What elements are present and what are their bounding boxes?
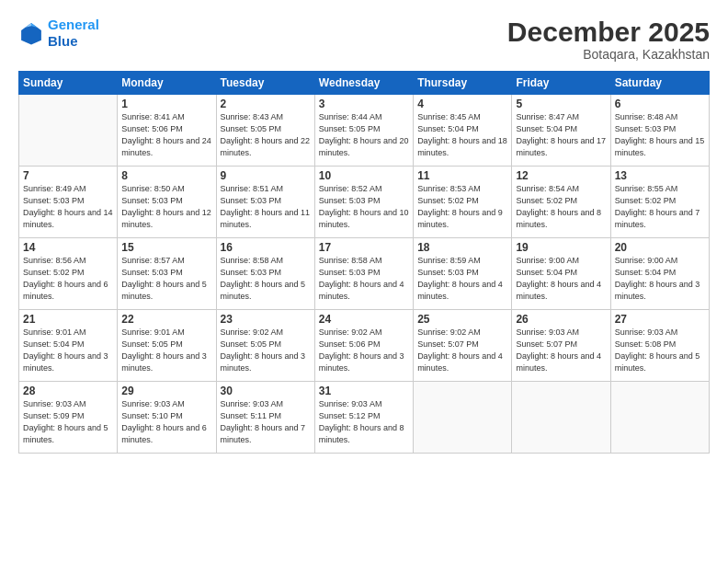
day-number: 22 xyxy=(121,313,211,326)
sunset-text: Sunset: 5:05 PM xyxy=(319,124,381,133)
day-cell: 29 Sunrise: 9:03 AM Sunset: 5:10 PM Dayl… xyxy=(118,382,216,454)
day-cell: 24 Sunrise: 9:02 AM Sunset: 5:06 PM Dayl… xyxy=(314,310,413,382)
sunrise-text: Sunrise: 9:00 AM xyxy=(615,256,678,265)
daylight-text: Daylight: 8 hours and 5 minutes. xyxy=(121,280,207,301)
day-number: 17 xyxy=(319,241,409,254)
sunrise-text: Sunrise: 8:57 AM xyxy=(121,256,185,265)
day-number: 5 xyxy=(516,98,606,110)
day-cell: 23 Sunrise: 9:02 AM Sunset: 5:05 PM Dayl… xyxy=(216,310,314,382)
sunrise-text: Sunrise: 8:58 AM xyxy=(221,256,284,265)
day-info: Sunrise: 9:02 AM Sunset: 5:05 PM Dayligh… xyxy=(221,327,311,374)
day-cell: 27 Sunrise: 9:03 AM Sunset: 5:08 PM Dayl… xyxy=(610,310,709,382)
location: Botaqara, Kazakhstan xyxy=(507,47,710,62)
sunset-text: Sunset: 5:04 PM xyxy=(516,124,577,133)
day-cell: 10 Sunrise: 8:52 AM Sunset: 5:03 PM Dayl… xyxy=(314,167,413,238)
sunrise-text: Sunrise: 9:01 AM xyxy=(23,327,86,337)
day-cell: 13 Sunrise: 8:55 AM Sunset: 5:02 PM Dayl… xyxy=(610,167,709,238)
day-info: Sunrise: 8:47 AM Sunset: 5:04 PM Dayligh… xyxy=(516,111,606,159)
day-info: Sunrise: 8:53 AM Sunset: 5:02 PM Dayligh… xyxy=(417,183,507,231)
day-cell: 26 Sunrise: 9:03 AM Sunset: 5:07 PM Dayl… xyxy=(512,310,610,382)
logo-blue: Blue xyxy=(48,33,99,50)
sunrise-text: Sunrise: 9:02 AM xyxy=(319,327,382,337)
daylight-text: Daylight: 8 hours and 5 minutes. xyxy=(221,280,306,301)
sunset-text: Sunset: 5:02 PM xyxy=(417,196,479,205)
sunset-text: Sunset: 5:03 PM xyxy=(221,268,282,277)
sunrise-text: Sunrise: 9:03 AM xyxy=(221,399,284,408)
day-info: Sunrise: 8:54 AM Sunset: 5:02 PM Dayligh… xyxy=(516,183,606,231)
sunrise-text: Sunrise: 9:02 AM xyxy=(417,327,481,337)
sunset-text: Sunset: 5:05 PM xyxy=(221,124,282,133)
day-cell: 9 Sunrise: 8:51 AM Sunset: 5:03 PM Dayli… xyxy=(216,167,314,238)
sunset-text: Sunset: 5:04 PM xyxy=(615,268,677,277)
day-number: 6 xyxy=(615,98,705,110)
day-number: 21 xyxy=(23,313,113,326)
daylight-text: Daylight: 8 hours and 5 minutes. xyxy=(23,423,108,444)
sunrise-text: Sunrise: 8:54 AM xyxy=(516,184,579,193)
daylight-text: Daylight: 8 hours and 5 minutes. xyxy=(615,351,700,373)
sunset-text: Sunset: 5:03 PM xyxy=(221,196,282,205)
calendar-table: SundayMondayTuesdayWednesdayThursdayFrid… xyxy=(18,71,710,454)
day-info: Sunrise: 9:03 AM Sunset: 5:09 PM Dayligh… xyxy=(23,398,113,446)
day-number: 8 xyxy=(121,169,211,182)
week-row-4: 28 Sunrise: 9:03 AM Sunset: 5:09 PM Dayl… xyxy=(19,382,710,454)
sunrise-text: Sunrise: 9:03 AM xyxy=(615,327,678,337)
daylight-text: Daylight: 8 hours and 17 minutes. xyxy=(516,136,606,157)
daylight-text: Daylight: 8 hours and 9 minutes. xyxy=(417,208,503,229)
col-header-sunday: Sunday xyxy=(19,72,118,95)
week-row-0: 1 Sunrise: 8:41 AM Sunset: 5:06 PM Dayli… xyxy=(19,95,710,167)
day-cell: 4 Sunrise: 8:45 AM Sunset: 5:04 PM Dayli… xyxy=(414,95,512,167)
daylight-text: Daylight: 8 hours and 6 minutes. xyxy=(121,423,207,444)
daylight-text: Daylight: 8 hours and 4 minutes. xyxy=(319,280,404,301)
sunrise-text: Sunrise: 8:41 AM xyxy=(121,112,185,121)
day-number: 1 xyxy=(121,98,211,110)
sunset-text: Sunset: 5:04 PM xyxy=(516,268,577,277)
day-info: Sunrise: 8:48 AM Sunset: 5:03 PM Dayligh… xyxy=(615,111,705,159)
sunset-text: Sunset: 5:10 PM xyxy=(121,411,183,420)
day-number: 18 xyxy=(417,241,507,254)
daylight-text: Daylight: 8 hours and 3 minutes. xyxy=(615,280,700,301)
day-info: Sunrise: 8:51 AM Sunset: 5:03 PM Dayligh… xyxy=(221,183,311,231)
day-cell: 25 Sunrise: 9:02 AM Sunset: 5:07 PM Dayl… xyxy=(414,310,512,382)
day-cell xyxy=(414,382,512,454)
day-info: Sunrise: 9:03 AM Sunset: 5:10 PM Dayligh… xyxy=(121,398,211,446)
day-cell: 12 Sunrise: 8:54 AM Sunset: 5:02 PM Dayl… xyxy=(512,167,610,238)
sunrise-text: Sunrise: 8:53 AM xyxy=(417,184,481,193)
sunset-text: Sunset: 5:05 PM xyxy=(121,339,183,349)
day-cell: 28 Sunrise: 9:03 AM Sunset: 5:09 PM Dayl… xyxy=(19,382,118,454)
sunset-text: Sunset: 5:07 PM xyxy=(417,339,479,349)
day-info: Sunrise: 9:03 AM Sunset: 5:07 PM Dayligh… xyxy=(516,327,606,374)
week-row-1: 7 Sunrise: 8:49 AM Sunset: 5:03 PM Dayli… xyxy=(19,167,710,238)
sunset-text: Sunset: 5:03 PM xyxy=(121,196,183,205)
day-cell: 11 Sunrise: 8:53 AM Sunset: 5:02 PM Dayl… xyxy=(414,167,512,238)
daylight-text: Daylight: 8 hours and 11 minutes. xyxy=(221,208,311,229)
day-info: Sunrise: 8:41 AM Sunset: 5:06 PM Dayligh… xyxy=(121,111,211,159)
day-cell: 3 Sunrise: 8:44 AM Sunset: 5:05 PM Dayli… xyxy=(314,95,413,167)
day-number: 30 xyxy=(221,385,311,397)
sunset-text: Sunset: 5:03 PM xyxy=(319,268,381,277)
day-cell: 20 Sunrise: 9:00 AM Sunset: 5:04 PM Dayl… xyxy=(610,238,709,310)
logo-icon xyxy=(18,20,44,46)
day-cell xyxy=(512,382,610,454)
sunrise-text: Sunrise: 9:02 AM xyxy=(221,327,284,337)
daylight-text: Daylight: 8 hours and 4 minutes. xyxy=(516,351,601,373)
day-info: Sunrise: 9:02 AM Sunset: 5:06 PM Dayligh… xyxy=(319,327,409,374)
day-info: Sunrise: 8:49 AM Sunset: 5:03 PM Dayligh… xyxy=(23,183,113,231)
day-info: Sunrise: 8:45 AM Sunset: 5:04 PM Dayligh… xyxy=(417,111,507,159)
day-cell: 2 Sunrise: 8:43 AM Sunset: 5:05 PM Dayli… xyxy=(216,95,314,167)
month-title: December 2025 xyxy=(507,17,710,47)
day-cell: 18 Sunrise: 8:59 AM Sunset: 5:03 PM Dayl… xyxy=(414,238,512,310)
sunrise-text: Sunrise: 9:03 AM xyxy=(121,399,185,408)
daylight-text: Daylight: 8 hours and 14 minutes. xyxy=(23,208,113,229)
sunrise-text: Sunrise: 8:43 AM xyxy=(221,112,284,121)
day-cell xyxy=(610,382,709,454)
day-info: Sunrise: 9:00 AM Sunset: 5:04 PM Dayligh… xyxy=(615,255,705,303)
day-cell: 30 Sunrise: 9:03 AM Sunset: 5:11 PM Dayl… xyxy=(216,382,314,454)
day-info: Sunrise: 9:00 AM Sunset: 5:04 PM Dayligh… xyxy=(516,255,606,303)
day-info: Sunrise: 9:03 AM Sunset: 5:11 PM Dayligh… xyxy=(221,398,311,446)
sunset-text: Sunset: 5:08 PM xyxy=(615,339,677,349)
daylight-text: Daylight: 8 hours and 15 minutes. xyxy=(615,136,705,157)
daylight-text: Daylight: 8 hours and 3 minutes. xyxy=(23,351,108,373)
sunset-text: Sunset: 5:06 PM xyxy=(319,339,381,349)
sunrise-text: Sunrise: 8:47 AM xyxy=(516,112,579,121)
day-number: 20 xyxy=(615,241,705,254)
